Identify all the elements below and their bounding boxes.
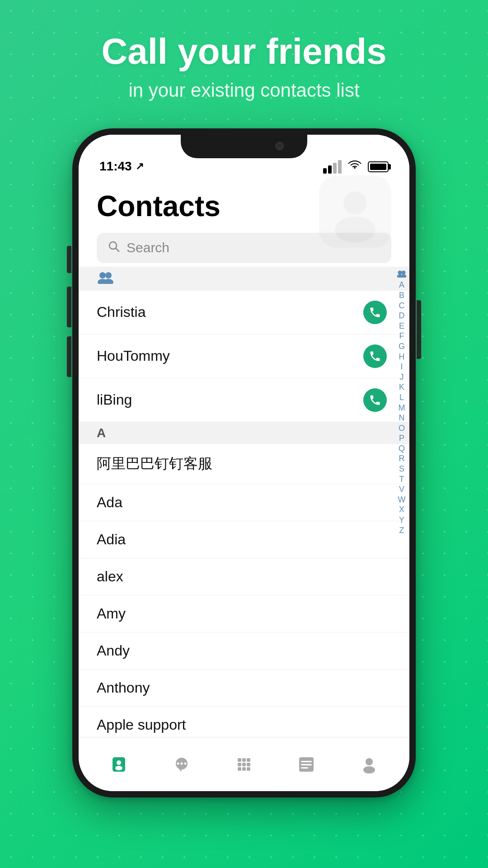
svg-rect-28	[247, 767, 250, 771]
contacts-tab-icon	[107, 753, 131, 776]
svg-rect-32	[301, 767, 308, 769]
svg-point-10	[402, 270, 406, 274]
tab-contacts[interactable]	[88, 753, 150, 776]
alpha-d[interactable]: D	[399, 311, 405, 321]
contact-name: liBing	[97, 392, 363, 408]
svg-rect-30	[301, 761, 312, 762]
contact-item[interactable]: HouTommy	[79, 335, 409, 378]
alpha-e[interactable]: E	[399, 321, 404, 331]
alpha-k[interactable]: K	[399, 382, 404, 392]
keypad-tab-icon	[232, 753, 256, 776]
contact-name: Apple support	[97, 717, 391, 733]
tab-messages[interactable]	[150, 753, 212, 776]
page-wrapper: Call your friends in your existing conta…	[0, 0, 488, 868]
alpha-s[interactable]: S	[399, 464, 404, 474]
section-header-a: A	[79, 422, 409, 444]
section-label: A	[97, 426, 106, 440]
hero-subtitle: in your existing contacts list	[128, 80, 359, 101]
status-icons	[323, 160, 389, 174]
battery-icon	[368, 161, 389, 172]
contact-name: Christia	[97, 304, 363, 321]
alpha-q[interactable]: Q	[399, 444, 405, 454]
signal-icon	[323, 160, 342, 174]
tab-profile[interactable]	[338, 753, 400, 776]
alpha-p[interactable]: P	[399, 434, 404, 443]
svg-point-6	[105, 272, 112, 278]
contact-item[interactable]: Christia	[79, 291, 409, 335]
contact-item[interactable]: 阿里巴巴钉钉客服	[79, 444, 409, 484]
alpha-w[interactable]: W	[398, 495, 406, 505]
messages-tab-icon	[170, 753, 193, 776]
contact-name: Adia	[97, 531, 391, 548]
group-icon	[97, 270, 114, 287]
contact-item[interactable]: Apple support	[79, 707, 409, 737]
alpha-g[interactable]: G	[399, 342, 405, 352]
hero-title: Call your friends	[101, 32, 386, 71]
alpha-group-icon[interactable]	[397, 269, 407, 280]
group-section-header	[79, 267, 409, 291]
alpha-x[interactable]: X	[399, 505, 404, 515]
alpha-j[interactable]: J	[400, 373, 404, 382]
alpha-a[interactable]: A	[399, 280, 404, 290]
profile-tab-icon	[357, 753, 381, 776]
power-button	[417, 300, 421, 359]
contact-name: Amy	[97, 605, 391, 622]
contact-item[interactable]: alex	[79, 558, 409, 595]
alpha-n[interactable]: N	[399, 413, 405, 423]
alphabet-index[interactable]: A B C D E F G H I J K L M N O P Q	[397, 267, 407, 737]
alpha-f[interactable]: F	[399, 331, 404, 341]
recent-tab-icon	[295, 753, 318, 776]
svg-rect-22	[247, 758, 250, 762]
svg-point-34	[363, 766, 375, 774]
call-button[interactable]	[363, 388, 387, 412]
svg-point-19	[184, 762, 186, 764]
alpha-t[interactable]: T	[399, 475, 404, 485]
status-bar: 11:43 ↗	[79, 135, 409, 180]
contact-item[interactable]: liBing	[79, 378, 409, 422]
phone-screen: 11:43 ↗	[79, 135, 409, 791]
call-button[interactable]	[363, 344, 387, 368]
alpha-z[interactable]: Z	[399, 526, 404, 536]
wifi-icon	[348, 160, 361, 174]
svg-rect-24	[242, 763, 246, 766]
svg-rect-31	[301, 764, 312, 765]
svg-line-4	[116, 248, 119, 251]
contacts-list: Christia HouTommy	[79, 267, 409, 737]
contact-item[interactable]: Ada	[79, 484, 409, 521]
contact-name: Andy	[97, 642, 391, 659]
notch	[181, 135, 307, 158]
svg-rect-20	[238, 758, 241, 762]
alpha-m[interactable]: M	[399, 403, 405, 413]
contact-item[interactable]: Anthony	[79, 670, 409, 707]
svg-rect-26	[238, 767, 241, 771]
alpha-i[interactable]: I	[400, 362, 403, 372]
tab-keypad[interactable]	[213, 753, 275, 776]
svg-point-9	[398, 270, 402, 274]
contact-item[interactable]: Amy	[79, 595, 409, 632]
vol-down-button	[67, 336, 71, 377]
call-button[interactable]	[363, 301, 387, 324]
navigation-icon: ↗	[136, 160, 144, 172]
alpha-r[interactable]: R	[399, 454, 405, 464]
alpha-c[interactable]: C	[399, 301, 405, 311]
contact-item[interactable]: Andy	[79, 632, 409, 670]
alpha-y[interactable]: Y	[399, 515, 404, 525]
alpha-b[interactable]: B	[399, 291, 404, 301]
search-icon	[108, 240, 120, 256]
contact-name: HouTommy	[97, 348, 363, 364]
svg-point-2	[335, 217, 375, 243]
svg-rect-23	[238, 763, 241, 766]
alpha-o[interactable]: O	[399, 424, 405, 434]
alpha-h[interactable]: H	[399, 352, 405, 362]
contact-item[interactable]: Adia	[79, 521, 409, 558]
status-time: 11:43 ↗	[99, 159, 144, 174]
tab-recent[interactable]	[275, 753, 338, 776]
svg-point-17	[177, 762, 179, 764]
phone-mockup: 11:43 ↗	[72, 128, 416, 797]
notch-camera	[276, 142, 284, 150]
contact-name: alex	[97, 568, 391, 585]
alpha-l[interactable]: L	[399, 393, 404, 403]
alpha-v[interactable]: V	[399, 485, 404, 495]
svg-point-18	[180, 762, 183, 764]
svg-point-5	[99, 272, 106, 278]
